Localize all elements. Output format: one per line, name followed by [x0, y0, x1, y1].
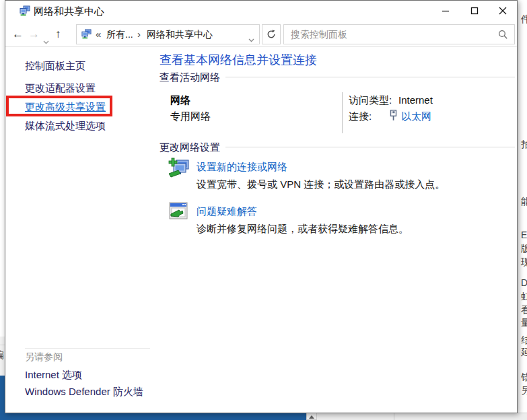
background-text-fragment: 版	[521, 243, 527, 255]
background-text-fragment: Ed	[521, 230, 527, 240]
see-also-header: 另请参阅	[25, 351, 63, 363]
titlebar[interactable]: 网络和共享中心	[5, 1, 517, 22]
setup-new-connection-link[interactable]: 设置新的连接或网络	[197, 161, 287, 174]
breadcrumb-current[interactable]: 网络和共享中心	[147, 29, 213, 41]
breadcrumb-overflow[interactable]: «	[96, 28, 101, 40]
connection-label: 连接:	[349, 110, 372, 123]
sidebar-item-media-streaming-options[interactable]: 媒体流式处理选项	[25, 120, 106, 133]
back-button[interactable]: ←	[12, 26, 24, 43]
screen: 编 件 拍 能 Ed 版 现 D 虹 看 量 结 延 错 另	[0, 0, 527, 420]
search-input[interactable]	[291, 26, 493, 43]
ethernet-icon	[389, 110, 398, 124]
triangle-up-icon	[309, 415, 314, 419]
background-text-fragment: 能	[521, 196, 527, 208]
new-connection-icon	[168, 156, 190, 182]
divider	[394, 413, 394, 420]
background-text-fragment: 结	[521, 335, 527, 347]
connection-ethernet-link[interactable]: 以太网	[401, 110, 431, 123]
background-text-fragment: 量	[521, 317, 527, 329]
section-title-change-settings: 更改网络设置	[160, 141, 220, 154]
background-text-fragment: D	[521, 277, 527, 288]
divider	[25, 348, 150, 349]
close-button[interactable]	[490, 1, 516, 21]
background-statusbar	[317, 413, 527, 420]
background-text-fragment: 拍	[521, 139, 527, 151]
sidebar-item-control-panel-home[interactable]: 控制面板主页	[25, 60, 85, 73]
access-type-value: Internet	[398, 94, 433, 106]
maximize-button[interactable]	[461, 1, 488, 21]
breadcrumb-separator: ›	[137, 28, 141, 40]
troubleshoot-description: 诊断并修复网络问题，或者获得疑难解答信息。	[197, 223, 409, 236]
minimize-button[interactable]	[432, 1, 459, 21]
access-type-label: 访问类型:	[349, 94, 392, 107]
background-text-fragment: 另	[521, 385, 527, 397]
address-dropdown-chevron-icon[interactable]	[248, 33, 254, 45]
divider	[342, 92, 343, 133]
background-text-fragment: 编	[0, 349, 4, 361]
background-text-fragment: 错	[521, 372, 527, 384]
sidebar-item-windows-defender-firewall[interactable]: Windows Defender 防火墙	[25, 386, 143, 398]
divider	[225, 77, 515, 77]
window-title: 网络和共享中心	[34, 5, 104, 18]
background-window-left-edge: 编	[0, 0, 5, 420]
divider	[225, 147, 515, 147]
page-title: 查看基本网络信息并设置连接	[160, 52, 317, 68]
background-blue-band	[0, 413, 306, 420]
network-sharing-center-window: 网络和共享中心 ← → ↑	[5, 0, 518, 413]
refresh-button[interactable]	[262, 24, 281, 44]
section-title-active-networks: 查看活动网络	[160, 71, 220, 84]
search-icon[interactable]	[498, 30, 508, 42]
sidebar-item-change-adapter-settings[interactable]: 更改适配器设置	[25, 82, 96, 95]
background-text-fragment: 虹	[521, 291, 527, 303]
annotation-highlight-box	[6, 96, 112, 116]
troubleshoot-link[interactable]: 问题疑难解答	[197, 205, 257, 218]
address-bar[interactable]: « 所有... › 网络和共享中心	[76, 24, 260, 44]
network-sharing-icon	[19, 5, 30, 19]
background-text-fragment: 现	[521, 256, 527, 269]
up-button[interactable]: ↑	[55, 26, 61, 43]
network-sharing-icon	[81, 29, 92, 42]
breadcrumb-root[interactable]: 所有...	[106, 29, 133, 41]
network-type: 专用网络	[170, 110, 211, 123]
sidebar-item-internet-options[interactable]: Internet 选项	[25, 369, 82, 382]
search-box[interactable]	[283, 24, 515, 44]
history-chevron-icon[interactable]	[43, 32, 49, 50]
background-scrollbar-button	[306, 413, 317, 420]
background-text-fragment: 延	[521, 347, 527, 359]
background-window-right-edge: 件 拍 能 Ed 版 现 D 虹 看 量 结 延 错 另	[518, 0, 527, 420]
background-text-fragment: 件	[521, 13, 527, 26]
troubleshoot-icon	[169, 202, 189, 223]
background-text-fragment: 看	[521, 304, 527, 316]
setup-new-connection-description: 设置宽带、拨号或 VPN 连接；或设置路由器或接入点。	[197, 178, 445, 191]
network-name: 网络	[170, 94, 190, 107]
divider	[0, 345, 5, 345]
forward-button: →	[28, 26, 40, 43]
navigation-toolbar: ← → ↑ « 所有... ›	[5, 22, 517, 47]
